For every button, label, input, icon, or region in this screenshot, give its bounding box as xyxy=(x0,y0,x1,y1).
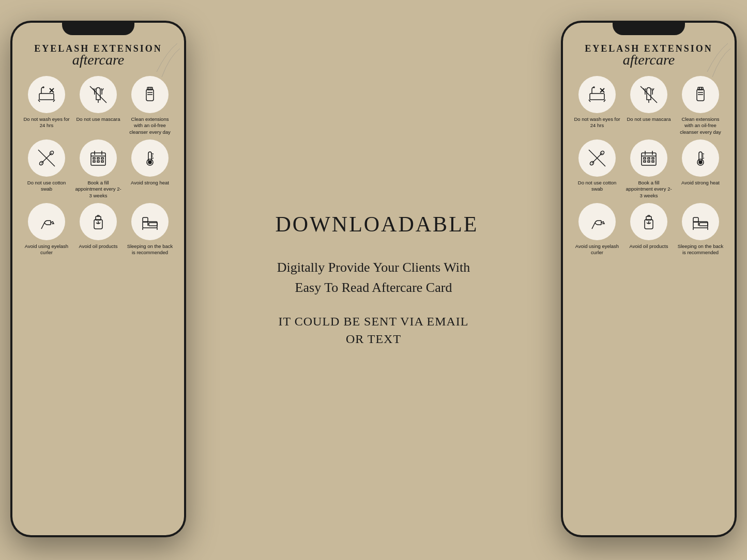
icon-label-no-mascara-right: Do not use mascara xyxy=(627,116,670,122)
svg-line-2 xyxy=(38,100,40,102)
icon-circle-clean-right xyxy=(682,76,719,113)
bed-icon xyxy=(141,212,159,231)
icon-label-fill-right: Book a fill appointment every 2-3 weeks xyxy=(625,180,673,199)
icon-circle-sleep-left xyxy=(131,203,169,240)
icon-clean-left: Clean extensions with an oil-free cleans… xyxy=(126,76,174,135)
icon-circle-no-heat-left xyxy=(131,139,169,177)
svg-line-49 xyxy=(604,100,605,102)
bathtub-icon xyxy=(37,85,56,104)
icon-label-no-wash-right: Do not wash eyes for 24 hrs xyxy=(573,116,621,129)
icon-label-no-curler-right: Avoid using eyelash curler xyxy=(573,243,621,256)
svg-line-3 xyxy=(53,100,55,102)
svg-line-7 xyxy=(102,88,103,90)
svg-rect-46 xyxy=(590,94,604,100)
cotton-swab-icon xyxy=(37,149,56,167)
icon-circle-no-wash-left xyxy=(28,76,65,113)
oil-bottle-icon xyxy=(89,212,108,231)
svg-rect-28 xyxy=(148,152,151,161)
icon-circle-no-curler-right xyxy=(578,203,616,240)
icon-sleep-right: Sleeping on the back is recommended xyxy=(677,203,724,256)
icon-circle-fill-left xyxy=(80,139,117,177)
svg-rect-23 xyxy=(97,158,99,159)
icon-circle-no-oil-right xyxy=(630,203,667,240)
svg-rect-69 xyxy=(648,158,650,159)
phone-header-right: EYELASH EXTENSION aftercare xyxy=(571,41,727,68)
icon-no-mascara-left: Do not use mascara xyxy=(74,76,122,135)
icon-label-clean-right: Clean extensions with an oil-free cleans… xyxy=(677,116,724,135)
icon-circle-no-mascara-right xyxy=(630,76,667,113)
icon-circle-no-cotton-right xyxy=(578,139,616,177)
icon-fill-left: Book a fill appointment every 2-3 weeks xyxy=(74,139,122,199)
svg-line-63 xyxy=(589,150,605,166)
svg-rect-68 xyxy=(644,158,646,159)
svg-rect-25 xyxy=(93,161,95,162)
icon-no-heat-left: Avoid strong heat xyxy=(126,139,174,199)
phone-notch-right xyxy=(613,21,685,35)
thermometer-icon xyxy=(141,149,159,167)
svg-rect-91 xyxy=(699,223,708,226)
svg-rect-10 xyxy=(146,89,154,101)
phone-right: EYELASH EXTENSION aftercare xyxy=(561,21,737,537)
deco-lines-right xyxy=(702,41,730,80)
svg-rect-57 xyxy=(698,87,703,90)
icon-circle-sleep-right xyxy=(682,203,719,240)
svg-point-30 xyxy=(148,161,151,164)
icon-circle-no-curler-left xyxy=(28,203,65,240)
icon-circle-no-cotton-left xyxy=(28,139,65,177)
svg-line-17 xyxy=(38,150,55,166)
icon-circle-no-oil-left xyxy=(80,203,117,240)
phone-left: EYELASH EXTENSION aftercare xyxy=(10,21,186,537)
svg-rect-56 xyxy=(697,89,704,101)
svg-rect-72 xyxy=(648,161,650,162)
icon-no-oil-right: Avoid oil products xyxy=(625,203,673,256)
svg-rect-27 xyxy=(101,161,103,162)
icon-no-oil-left: Avoid oil products xyxy=(74,203,122,256)
calendar-icon-right xyxy=(639,149,658,167)
bed-icon-right xyxy=(691,212,710,231)
icons-grid-left: Do not wash eyes for 24 hrs xyxy=(20,76,176,256)
icon-no-mascara-right: Do not use mascara xyxy=(625,76,673,135)
downloadable-title: DOWNLOADABLE xyxy=(276,212,472,237)
icon-label-no-heat-right: Avoid strong heat xyxy=(681,180,720,186)
svg-line-48 xyxy=(589,100,590,102)
icon-circle-no-mascara-left xyxy=(80,76,117,113)
phone-inner-right: EYELASH EXTENSION aftercare xyxy=(563,23,735,535)
svg-rect-11 xyxy=(147,87,153,90)
phone-header-left: EYELASH EXTENSION aftercare xyxy=(20,41,176,68)
svg-rect-22 xyxy=(93,158,95,159)
cleanser-icon-right xyxy=(691,85,710,104)
icon-label-no-oil-left: Avoid oil products xyxy=(79,243,118,250)
icon-circle-no-heat-right xyxy=(682,139,719,177)
icon-label-sleep-left: Sleeping on the back is recommended xyxy=(126,243,174,256)
svg-rect-70 xyxy=(652,158,654,159)
icon-no-curler-right: Avoid using eyelash curler xyxy=(573,203,621,256)
icon-clean-right: Clean extensions with an oil-free cleans… xyxy=(677,76,724,135)
icon-circle-no-wash-right xyxy=(578,76,616,113)
svg-rect-24 xyxy=(101,158,103,159)
svg-rect-0 xyxy=(39,94,54,100)
icon-circle-fill-right xyxy=(630,139,667,177)
phone-content-left: EYELASH EXTENSION aftercare xyxy=(12,23,184,535)
mascara-icon-right xyxy=(639,85,658,104)
icon-label-no-oil-right: Avoid oil products xyxy=(630,243,668,250)
icon-label-no-mascara-left: Do not use mascara xyxy=(76,116,120,122)
phone-content-right: EYELASH EXTENSION aftercare xyxy=(563,23,735,535)
icon-no-curler-left: Avoid using eyelash curler xyxy=(23,203,70,256)
icon-label-no-cotton-left: Do not use cotton swab xyxy=(23,180,70,193)
icon-label-no-wash-left: Do not wash eyes for 24 hrs xyxy=(23,116,70,129)
mascara-icon xyxy=(89,85,108,104)
icon-label-sleep-right: Sleeping on the back is recommended xyxy=(677,243,724,256)
svg-rect-26 xyxy=(97,161,99,162)
icon-label-no-curler-left: Avoid using eyelash curler xyxy=(23,243,70,256)
svg-line-53 xyxy=(653,88,654,90)
icon-label-no-cotton-right: Do not use cotton swab xyxy=(573,180,621,193)
phone-inner-left: EYELASH EXTENSION aftercare xyxy=(12,23,184,535)
svg-point-76 xyxy=(699,161,702,164)
oil-bottle-icon-right xyxy=(639,212,658,231)
icon-sleep-left: Sleeping on the back is recommended xyxy=(126,203,174,256)
eyelash-curler-icon xyxy=(37,212,56,231)
icon-no-heat-right: Avoid strong heat xyxy=(677,139,724,199)
svg-rect-71 xyxy=(644,161,646,162)
svg-rect-73 xyxy=(652,161,654,162)
bathtub-icon-right xyxy=(588,85,606,104)
